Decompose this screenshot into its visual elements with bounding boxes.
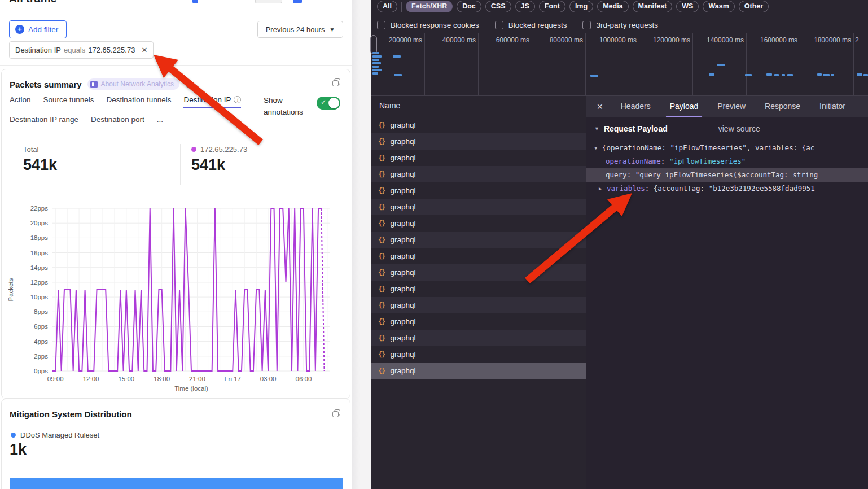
request-timing-bar[interactable] bbox=[590, 75, 598, 77]
json-braces-icon: {} bbox=[378, 121, 385, 129]
tab-destination-port[interactable]: Destination port bbox=[91, 115, 144, 128]
request-row[interactable]: {}graphql bbox=[371, 264, 586, 281]
expand-card-icon[interactable] bbox=[332, 78, 341, 87]
add-filter-button[interactable]: + Add filter bbox=[9, 20, 67, 38]
triangle-right-icon[interactable]: ▶ bbox=[599, 182, 602, 195]
filter-chip-manifest[interactable]: Manifest bbox=[633, 1, 673, 12]
filter-chip-ws[interactable]: WS bbox=[676, 1, 699, 12]
request-timing-bar[interactable] bbox=[709, 73, 714, 76]
filter-chip-fetch-xhr[interactable]: Fetch/XHR bbox=[406, 1, 453, 12]
tab-preview[interactable]: Preview bbox=[708, 96, 755, 117]
payload-line[interactable]: ▶variables: {accountTag: "b12e3b2192ee55… bbox=[586, 182, 868, 195]
request-timing-bar[interactable] bbox=[372, 72, 378, 75]
request-timing-bar[interactable] bbox=[745, 74, 752, 76]
requests-list: {}graphql{}graphql{}graphql{}graphql{}gr… bbox=[371, 117, 586, 379]
request-timing-bar[interactable] bbox=[372, 66, 379, 68]
tab--[interactable]: ... bbox=[157, 115, 163, 128]
request-timing-bar[interactable] bbox=[787, 74, 793, 76]
request-row[interactable]: {}graphql bbox=[371, 313, 586, 330]
checkbox-box[interactable] bbox=[582, 21, 591, 29]
tab-action[interactable]: Action bbox=[10, 95, 31, 108]
name-column-header[interactable]: Name bbox=[371, 96, 586, 116]
top-sliver-decor bbox=[293, 0, 302, 3]
request-timing-bar[interactable] bbox=[823, 74, 830, 76]
request-name: graphql bbox=[390, 317, 415, 326]
request-timing-bar[interactable] bbox=[831, 74, 834, 76]
checkbox-box[interactable] bbox=[377, 21, 385, 29]
request-row[interactable]: {}graphql bbox=[371, 166, 586, 182]
filter-chip-font[interactable]: Font bbox=[539, 1, 565, 12]
request-timing-bar[interactable] bbox=[372, 62, 381, 64]
divider bbox=[401, 2, 402, 12]
filter-chip-img[interactable]: Img bbox=[569, 1, 593, 12]
request-timing-bar[interactable] bbox=[817, 73, 822, 76]
request-timing-bar[interactable] bbox=[782, 74, 785, 76]
request-timing-bar[interactable] bbox=[393, 55, 401, 58]
tab-source-tunnels[interactable]: Source tunnels bbox=[43, 95, 94, 108]
checkbox-blocked-response-cookies[interactable]: Blocked response cookies bbox=[377, 21, 479, 29]
tab-response[interactable]: Response bbox=[755, 96, 810, 117]
request-timing-bar[interactable] bbox=[717, 64, 725, 66]
checkbox-box[interactable] bbox=[495, 21, 503, 29]
request-row[interactable]: {}graphql bbox=[371, 215, 586, 232]
request-row[interactable]: {}graphql bbox=[371, 232, 586, 248]
request-row[interactable]: {}graphql bbox=[371, 150, 586, 166]
filter-chip-other[interactable]: Other bbox=[739, 1, 769, 12]
request-timing-bar[interactable] bbox=[857, 73, 862, 76]
request-timing-bar[interactable] bbox=[774, 74, 779, 76]
time-range-dropdown[interactable]: Previous 24 hours ▼ bbox=[257, 21, 343, 38]
tab-payload[interactable]: Payload bbox=[660, 96, 708, 117]
request-row[interactable]: {}graphql bbox=[371, 117, 586, 133]
about-network-analytics-badge[interactable]: About Network Analytics bbox=[87, 78, 179, 90]
close-icon[interactable]: ✕ bbox=[597, 102, 603, 111]
request-name: graphql bbox=[390, 121, 415, 129]
request-row[interactable]: {}graphql bbox=[371, 248, 586, 264]
request-row[interactable]: {}graphql bbox=[371, 182, 586, 199]
filter-chip[interactable]: Destination IP equals 172.65.225.73 ✕ bbox=[9, 41, 154, 59]
request-row[interactable]: {}graphql bbox=[371, 133, 586, 150]
svg-text:4pps: 4pps bbox=[34, 338, 48, 345]
request-timing-bar[interactable] bbox=[863, 74, 868, 76]
filter-chip-media[interactable]: Media bbox=[597, 1, 628, 12]
payload-token: : bbox=[661, 157, 669, 165]
request-timing-bar[interactable] bbox=[372, 55, 382, 58]
request-row[interactable]: {}graphql bbox=[371, 281, 586, 297]
request-row[interactable]: {}graphql bbox=[371, 199, 586, 215]
ruler-label: 400000 ms bbox=[442, 36, 476, 44]
request-row[interactable]: {}graphql bbox=[371, 363, 586, 379]
tab-initiator[interactable]: Initiator bbox=[810, 96, 855, 117]
checkbox-3rd-party-requests[interactable]: 3rd-party requests bbox=[582, 21, 658, 29]
request-timing-bar[interactable] bbox=[394, 74, 402, 76]
request-row[interactable]: {}graphql bbox=[371, 297, 586, 313]
request-timing-bar[interactable] bbox=[372, 69, 382, 71]
filter-chip-doc[interactable]: Doc bbox=[457, 1, 481, 12]
tab-destination-ip[interactable]: Destination IPi bbox=[183, 95, 241, 108]
checkbox-blocked-requests[interactable]: Blocked requests bbox=[495, 21, 567, 29]
tab-destination-ip-range[interactable]: Destination IP range bbox=[10, 115, 78, 128]
payload-line[interactable]: operationName: "ipFlowTimeseries" bbox=[586, 155, 868, 168]
triangle-down-icon[interactable]: ▼ bbox=[594, 141, 597, 155]
tab-label: Destination IP range bbox=[10, 115, 78, 124]
svg-text:14pps: 14pps bbox=[30, 264, 49, 271]
show-annotations-toggle[interactable]: ✓ bbox=[317, 97, 340, 110]
payload-line[interactable]: query: "query ipFlowTimeseries($accountT… bbox=[586, 168, 868, 182]
request-payload-header[interactable]: ▼ Request Payload view source bbox=[594, 124, 760, 133]
stat-destination-ip: 172.65.225.73 541k bbox=[191, 145, 247, 174]
expand-card-icon[interactable] bbox=[332, 409, 341, 418]
request-timing-bar[interactable] bbox=[766, 73, 772, 76]
tab-headers[interactable]: Headers bbox=[611, 96, 660, 117]
filter-chip-all[interactable]: All bbox=[377, 1, 397, 12]
view-source-link[interactable]: view source bbox=[718, 124, 760, 133]
request-timing-bar[interactable] bbox=[372, 59, 379, 61]
filter-chip-js[interactable]: JS bbox=[515, 1, 535, 12]
payload-line[interactable]: ▼{operationName: "ipFlowTimeseries", var… bbox=[586, 141, 868, 155]
ruler-label: 200000 ms bbox=[389, 36, 422, 44]
json-braces-icon: {} bbox=[378, 318, 385, 326]
request-row[interactable]: {}graphql bbox=[371, 346, 586, 363]
filter-chip-wasm[interactable]: Wasm bbox=[703, 1, 734, 12]
request-row[interactable]: {}graphql bbox=[371, 330, 586, 346]
tab-destination-tunnels[interactable]: Destination tunnels bbox=[107, 95, 172, 108]
filter-chip-css[interactable]: CSS bbox=[485, 1, 511, 12]
remove-filter-icon[interactable]: ✕ bbox=[141, 46, 147, 54]
scrollbar-thumb[interactable] bbox=[370, 35, 377, 54]
